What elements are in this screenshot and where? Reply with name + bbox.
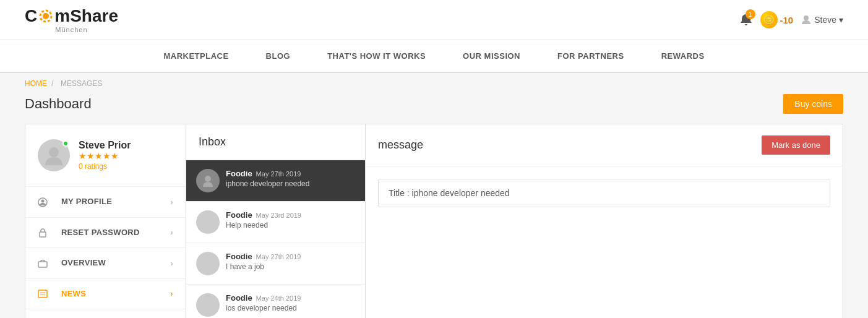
logo: C mShare München bbox=[25, 6, 118, 33]
user-stars: ★★★★★ bbox=[79, 151, 131, 161]
news-icon bbox=[38, 289, 55, 298]
avatar-svg-icon bbox=[200, 256, 215, 271]
sender-avatar bbox=[196, 210, 220, 234]
sender-name: Foodie bbox=[226, 293, 252, 303]
logo-subtitle: München bbox=[55, 26, 87, 33]
message-content: Foodie May 27th 2019 I have a job bbox=[226, 252, 301, 271]
sender-name: Foodie bbox=[226, 252, 252, 261]
breadcrumb: HOME / MESSAGES bbox=[0, 73, 868, 94]
sender-avatar bbox=[196, 293, 220, 317]
message-item[interactable]: Foodie May 27th 2019 iphone developer ne… bbox=[186, 160, 365, 202]
lock-svg-icon bbox=[38, 228, 48, 238]
lock-icon bbox=[38, 228, 55, 237]
news-item[interactable]: NEWS › bbox=[25, 279, 186, 310]
dropdown-arrow: ▾ bbox=[839, 15, 843, 25]
avatar-svg-icon bbox=[200, 298, 215, 312]
user-full-name: Steve Prior bbox=[79, 140, 131, 151]
logo-text-rest: mShare bbox=[54, 6, 118, 26]
briefcase-icon bbox=[38, 258, 55, 267]
message-title-box: Title : iphone developer needed bbox=[378, 179, 830, 207]
message-header: message Mark as done bbox=[366, 124, 843, 166]
nav-rewards[interactable]: REWARDS bbox=[643, 40, 723, 72]
chevron-right-icon: › bbox=[170, 289, 173, 298]
reset-password-label: RESET PASSWORD bbox=[61, 228, 140, 237]
message-item[interactable]: Foodie May 27th 2019 I have a job bbox=[186, 243, 365, 285]
breadcrumb-home[interactable]: HOME bbox=[25, 79, 47, 88]
nav-marketplace[interactable]: MARKETPLACE bbox=[145, 40, 247, 72]
svg-rect-8 bbox=[38, 290, 47, 298]
dashboard-card: Steve Prior ★★★★★ 0 ratings MY PROFILE bbox=[25, 124, 843, 318]
message-content: Foodie May 24th 2019 ios developer neede… bbox=[226, 293, 301, 312]
newspaper-icon bbox=[38, 289, 48, 299]
reset-password-item[interactable]: RESET PASSWORD › bbox=[25, 218, 186, 249]
nav-blog[interactable]: BLOG bbox=[247, 40, 309, 72]
mark-as-done-button[interactable]: Mark as done bbox=[762, 135, 830, 155]
svg-point-14 bbox=[205, 300, 211, 306]
svg-point-11 bbox=[205, 176, 211, 182]
avatar-svg-icon bbox=[200, 173, 215, 188]
message-item[interactable]: Foodie May 24th 2019 ios developer neede… bbox=[186, 285, 365, 318]
message-time: May 23rd 2019 bbox=[256, 212, 301, 219]
svg-point-3 bbox=[49, 147, 59, 157]
sender-avatar bbox=[196, 252, 220, 275]
dashboard-title: Dashboard bbox=[25, 96, 92, 112]
chevron-right-icon: › bbox=[170, 197, 173, 207]
user-ratings: 0 ratings bbox=[79, 162, 131, 171]
user-name: Steve bbox=[814, 15, 836, 25]
header: C mShare München 1 🪙 -10 bbox=[0, 0, 868, 40]
nav-our-mission[interactable]: OUR MISSION bbox=[444, 40, 539, 72]
inbox-title: Inbox bbox=[186, 124, 365, 160]
online-indicator bbox=[62, 140, 69, 147]
user-menu-button[interactable]: Steve ▾ bbox=[801, 14, 843, 25]
user-circle-icon bbox=[38, 197, 48, 207]
chevron-right-icon: › bbox=[170, 228, 173, 237]
message-top: Foodie May 27th 2019 bbox=[226, 252, 301, 261]
nav-how-it-works[interactable]: THAT'S HOW IT WORKS bbox=[309, 40, 444, 72]
svg-point-12 bbox=[205, 217, 211, 223]
message-time: May 27th 2019 bbox=[256, 253, 301, 260]
avatar-svg-icon bbox=[200, 215, 215, 230]
overview-label: OVERVIEW bbox=[61, 258, 106, 267]
svg-point-5 bbox=[41, 199, 45, 202]
breadcrumb-current: MESSAGES bbox=[61, 79, 102, 88]
overview-item[interactable]: OVERVIEW › bbox=[25, 248, 186, 279]
svg-point-0 bbox=[43, 13, 49, 19]
briefcase-svg-icon bbox=[38, 259, 48, 269]
message-panel: message Mark as done Title : iphone deve… bbox=[366, 124, 843, 318]
message-top: Foodie May 27th 2019 bbox=[226, 169, 309, 178]
profile-icon bbox=[38, 197, 55, 206]
my-profile-item[interactable]: MY PROFILE › bbox=[25, 187, 186, 218]
coin-amount: -10 bbox=[780, 15, 794, 25]
chevron-right-icon: › bbox=[170, 259, 173, 268]
svg-point-2 bbox=[804, 15, 809, 20]
avatar-icon bbox=[43, 144, 65, 166]
user-icon bbox=[801, 14, 812, 25]
sidebar-panel: Steve Prior ★★★★★ 0 ratings MY PROFILE bbox=[25, 124, 186, 318]
message-content: Foodie May 23rd 2019 Help needed bbox=[226, 210, 301, 230]
user-details: Steve Prior ★★★★★ 0 ratings bbox=[79, 140, 131, 171]
message-time: May 27th 2019 bbox=[256, 170, 301, 178]
inbox-panel: Inbox Foodie May 27th 2019 iphone develo… bbox=[186, 124, 366, 318]
message-preview: iphone developer needed bbox=[226, 179, 309, 188]
message-time: May 24th 2019 bbox=[256, 294, 301, 302]
message-item[interactable]: Foodie May 23rd 2019 Help needed bbox=[186, 202, 365, 243]
buy-coins-button[interactable]: Buy coins bbox=[783, 94, 843, 114]
sender-name: Foodie bbox=[226, 169, 252, 178]
nav-for-partners[interactable]: FOR PARTNERS bbox=[539, 40, 643, 72]
notification-button[interactable]: 1 bbox=[739, 13, 753, 27]
message-top: Foodie May 23rd 2019 bbox=[226, 210, 301, 220]
main-nav: MARKETPLACE BLOG THAT'S HOW IT WORKS OUR… bbox=[0, 40, 868, 73]
coin-icon: 🪙 bbox=[760, 11, 778, 28]
message-preview: I have a job bbox=[226, 262, 301, 271]
avatar bbox=[38, 139, 70, 171]
coin-button[interactable]: 🪙 -10 bbox=[760, 11, 794, 28]
news-label: NEWS bbox=[61, 289, 86, 298]
message-top: Foodie May 24th 2019 bbox=[226, 293, 301, 303]
dashboard-header: Dashboard Buy coins bbox=[25, 94, 843, 114]
main-content: Dashboard Buy coins Steve Prior ★★★★★ 0 … bbox=[0, 94, 868, 318]
my-profile-label: MY PROFILE bbox=[61, 197, 112, 206]
notification-badge: 1 bbox=[746, 9, 755, 19]
message-panel-title: message bbox=[378, 139, 423, 152]
logo-gear-icon bbox=[38, 8, 54, 24]
message-preview: ios developer needed bbox=[226, 304, 301, 312]
